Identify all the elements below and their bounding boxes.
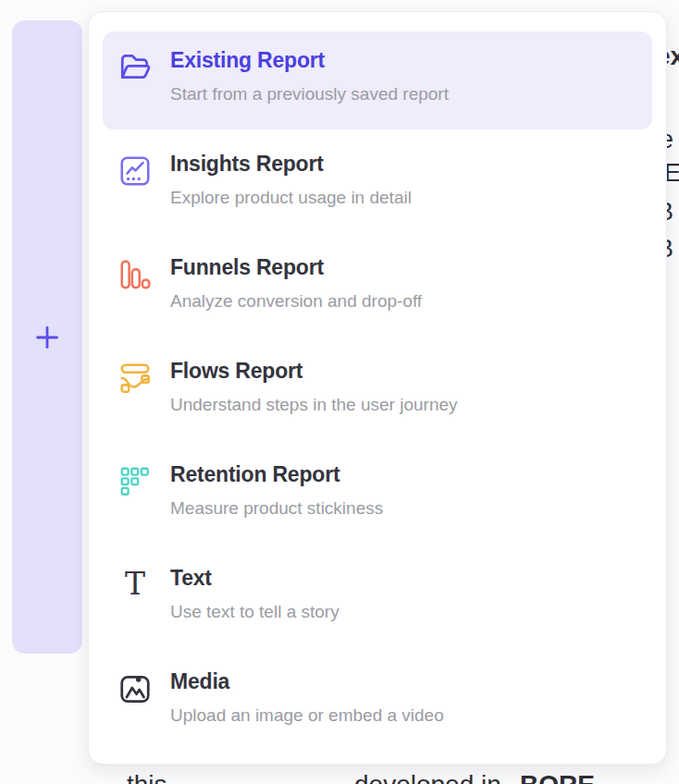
background-text-fragment: BORE: [520, 770, 595, 784]
menu-item-subtitle: Use text to tell a story: [170, 601, 637, 623]
menu-item-subtitle: Measure product stickiness: [170, 497, 637, 520]
background-text-fragment: developed in: [354, 770, 501, 784]
menu-item-title: Text: [170, 566, 637, 591]
text-t-icon: T: [125, 568, 145, 601]
menu-item-title: Retention Report: [170, 462, 637, 487]
menu-item-existing-report[interactable]: Existing Report Start from a previously …: [103, 31, 652, 129]
menu-item-title: Existing Report: [170, 48, 637, 73]
menu-item-title: Flows Report: [170, 359, 637, 384]
menu-item-media[interactable]: Media Upload an image or embed a video: [103, 653, 652, 751]
menu-item-text[interactable]: T Text Use text to tell a story: [103, 549, 652, 647]
background-text-fragment: this: [127, 770, 167, 784]
menu-item-title: Insights Report: [170, 152, 637, 177]
menu-item-title: Funnels Report: [170, 255, 637, 280]
menu-item-subtitle: Analyze conversion and drop-off: [170, 290, 637, 312]
media-image-icon: [117, 671, 153, 706]
menu-item-subtitle: Explore product usage in detail: [170, 187, 637, 209]
menu-item-insights-report[interactable]: Insights Report Explore product usage in…: [103, 135, 652, 233]
line-chart-icon: [117, 153, 153, 189]
menu-item-subtitle: Upload an image or embed a video: [170, 704, 637, 727]
flow-curve-icon: [117, 361, 153, 396]
plus-icon[interactable]: [32, 323, 62, 352]
open-folder-icon: [117, 50, 153, 85]
menu-item-title: Media: [170, 669, 637, 694]
menu-item-funnels-report[interactable]: Funnels Report Analyze conversion and dr…: [103, 239, 652, 337]
retention-grid-icon: [117, 464, 153, 499]
menu-item-retention-report[interactable]: Retention Report Measure product stickin…: [103, 446, 652, 544]
menu-item-flows-report[interactable]: Flows Report Understand steps in the use…: [103, 342, 652, 440]
funnel-bars-icon: [117, 257, 153, 292]
menu-item-subtitle: Understand steps in the user journey: [170, 394, 637, 416]
menu-item-subtitle: Start from a previously saved report: [170, 83, 637, 105]
add-report-menu: Existing Report Start from a previously …: [88, 11, 667, 765]
add-card-rail[interactable]: [12, 20, 82, 654]
